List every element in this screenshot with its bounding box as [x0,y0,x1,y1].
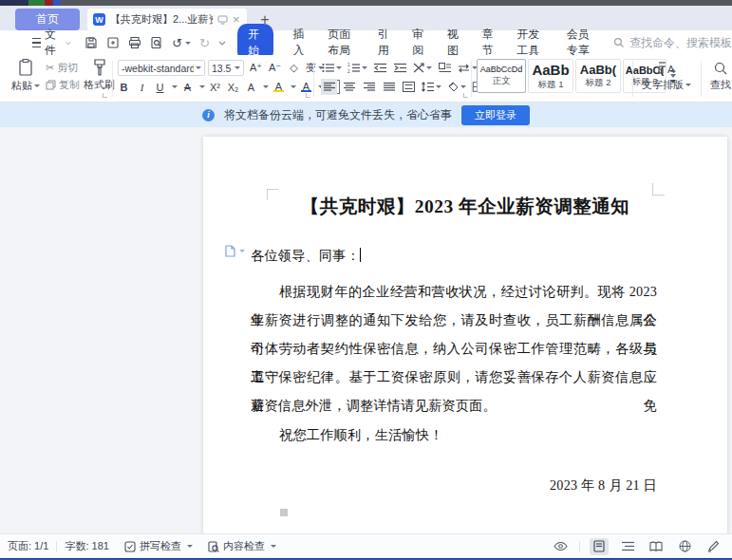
svg-text:1: 1 [347,63,350,67]
clipboard-icon [16,58,35,77]
spell-check-button[interactable]: 拼写检查 [117,539,200,553]
closing-line[interactable]: 祝您工作顺利，生活愉快！ [251,420,657,449]
backup-notice-bar: i 将文档备份云端，可避免文件丢失，省心省事 立即登录 [0,103,732,127]
decrease-font-button[interactable]: A⁻ [267,60,283,76]
tab-sync-status-icon [217,15,228,25]
document-tab[interactable]: W 【共克时艰】2...业薪资调整通知 × [87,9,247,30]
salutation-line[interactable]: 各位领导、同事： [251,241,657,270]
body-line[interactable]: 根据现财年的企业经营和营收状况，经过讨论研判。现将 2023 年企 [251,277,657,306]
undo-dropdown-icon[interactable] [185,42,191,45]
text-direction-button[interactable] [457,60,479,76]
font-family-select[interactable]: -webkit-standard [118,60,205,76]
align-right-button[interactable] [361,79,377,95]
export-button[interactable] [106,36,120,49]
justify-button[interactable] [381,79,397,95]
underline-button[interactable]: U [152,79,168,95]
tab-page-layout[interactable]: 页面布局 [328,27,357,59]
style-normal[interactable]: AaBbCcDd 正文 [477,59,526,93]
read-mode-button[interactable] [647,538,666,555]
decrease-indent-button[interactable] [372,60,388,76]
tab-review[interactable]: 审阅 [412,27,427,59]
document-title[interactable]: 【共克时艰】2023 年企业薪资调整通知 [203,194,727,219]
status-bar: 页面: 1/1 字数: 181 拼写检查 内容检查 [0,533,732,558]
align-left-button[interactable] [321,79,337,95]
svg-text:A: A [667,64,675,75]
save-button[interactable] [84,36,98,49]
content-check-button[interactable]: 内容检查 [200,539,284,553]
home-tab-label: 首页 [36,11,59,28]
numbered-list-button[interactable]: 12 [347,60,368,76]
body-line[interactable]: 遵守保密纪律。基于工资保密原则，请您妥善保存个人薪资信息，避免 [251,363,657,391]
redo-button[interactable]: ↻ [199,37,210,49]
text-effects-button[interactable]: A [243,79,259,95]
document-canvas[interactable]: 【共克时艰】2023 年企业薪资调整通知 各位领导、同事： 根据现财年的企业经营… [0,127,732,533]
find-button[interactable]: 查找 [710,61,731,92]
style-name: 标题 1 [538,79,564,89]
text-layout-button[interactable]: A 文字排版 [642,61,691,92]
content-check-icon [208,541,219,552]
distribute-button[interactable] [401,79,417,95]
object-anchor-square[interactable] [280,509,288,516]
file-menu[interactable]: 文件 [32,27,71,59]
print-button[interactable] [128,36,141,49]
copy-button[interactable]: 复制 [46,78,80,92]
style-name: 正文 [493,75,511,85]
ribbon: (( 粘贴 ✂剪切 复制 格式刷 -webkit-standard [0,55,732,103]
outline-view-button[interactable] [618,538,637,555]
format-painter-button[interactable]: 格式刷 [84,58,115,92]
search-icon [613,37,625,48]
content-check-label: 内容检查 [223,539,265,553]
undo-button[interactable]: ↺ [172,37,191,49]
bold-button[interactable]: B [116,79,132,95]
spell-check-icon [124,541,136,552]
spell-check-label: 拼写检查 [140,539,181,553]
svg-text:2: 2 [347,69,350,73]
edit-pen-button[interactable] [704,538,723,555]
document-page[interactable]: 【共克时艰】2023 年企业薪资调整通知 各位领导、同事： 根据现财年的企业经营… [203,137,727,533]
drop-cap-button[interactable] [437,60,453,76]
body-line[interactable]: 业薪资进行调整的通知下发给您，请及时查收，员工薪酬信息属公司与 [251,306,657,334]
bullet-list-button[interactable] [321,60,343,76]
font-size-select[interactable]: 13.5 [208,60,244,76]
tab-references[interactable]: 引用 [378,27,393,59]
highlight-color-button[interactable]: A [271,79,287,95]
page-view-button[interactable] [590,538,609,555]
tab-section[interactable]: 章节 [482,27,497,59]
style-heading1[interactable]: AaBb 标题 1 [528,59,573,93]
italic-button[interactable]: I [134,79,150,95]
command-search[interactable]: 查找命令、搜索模板 [613,35,732,51]
quick-access-toolbar: ↺ ↻ [84,36,226,49]
subscript-button[interactable]: X₂ [225,79,241,95]
tab-insert[interactable]: 插入 [293,27,309,59]
paste-options-margin-button[interactable] [224,245,245,257]
increase-font-button[interactable]: A⁺ [248,60,264,76]
cut-button[interactable]: ✂剪切 [46,61,78,75]
tab-view[interactable]: 视图 [447,27,462,59]
paste-button[interactable]: 粘贴 [11,58,40,93]
strikethrough-button[interactable]: A [179,79,196,95]
text-layout-icon: A [658,61,675,76]
document-tab-title: 【共克时艰】2...业薪资调整通知 [110,12,213,27]
customize-qat-chevron-icon[interactable] [218,41,226,46]
print-preview-button[interactable] [150,36,163,49]
notice-message: 将文档备份云端，可避免文件丢失，省心省事 [224,107,452,123]
content-check-dropdown-icon [271,545,276,548]
increase-indent-button[interactable] [392,60,408,76]
asian-layout-button[interactable] [412,60,433,76]
login-button[interactable]: 立即登录 [461,105,530,125]
web-view-button[interactable] [675,538,694,555]
style-sample: AaBb( [580,64,616,77]
line-spacing-button[interactable] [421,79,442,95]
tab-dev-tools[interactable]: 开发工具 [516,27,546,59]
date-line[interactable]: 2023 年 8 月 21 日 [251,471,657,499]
tab-member[interactable]: 会员专享 [567,27,596,59]
word-count[interactable]: 字数: 181 [57,539,116,553]
body-line[interactable]: 薪资信息外泄，调整详情请见薪资页面。 [251,391,657,420]
clear-format-button[interactable]: ◇ [286,60,302,76]
body-line[interactable]: 个体劳动者契约性保密信息，纳入公司保密工作管理范畴，各级员工应 [251,334,657,363]
align-center-button[interactable] [341,79,357,95]
eye-protection-icon[interactable] [551,538,570,555]
pinyin-label: 变 [306,61,316,75]
superscript-button[interactable]: X² [207,79,223,95]
style-heading2[interactable]: AaBb( 标题 2 [575,59,621,93]
